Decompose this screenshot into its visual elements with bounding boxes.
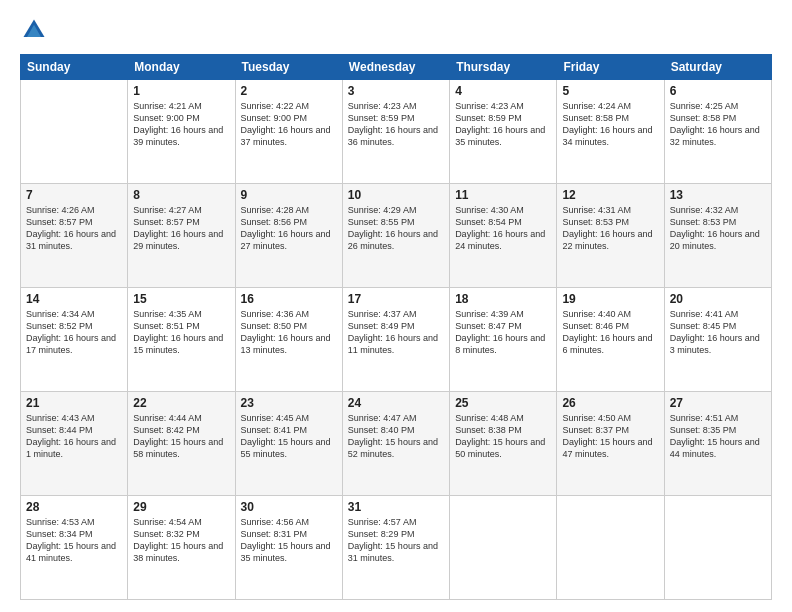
cell-info: Sunrise: 4:32 AMSunset: 8:53 PMDaylight:… bbox=[670, 204, 766, 253]
day-number: 22 bbox=[133, 396, 229, 410]
day-number: 11 bbox=[455, 188, 551, 202]
calendar-table: SundayMondayTuesdayWednesdayThursdayFrid… bbox=[20, 54, 772, 600]
day-number: 16 bbox=[241, 292, 337, 306]
day-number: 6 bbox=[670, 84, 766, 98]
cell-info: Sunrise: 4:40 AMSunset: 8:46 PMDaylight:… bbox=[562, 308, 658, 357]
cell-4-2: 30Sunrise: 4:56 AMSunset: 8:31 PMDayligh… bbox=[235, 496, 342, 600]
col-header-sunday: Sunday bbox=[21, 55, 128, 80]
col-header-saturday: Saturday bbox=[664, 55, 771, 80]
cell-2-2: 16Sunrise: 4:36 AMSunset: 8:50 PMDayligh… bbox=[235, 288, 342, 392]
week-row-4: 28Sunrise: 4:53 AMSunset: 8:34 PMDayligh… bbox=[21, 496, 772, 600]
page: SundayMondayTuesdayWednesdayThursdayFrid… bbox=[0, 0, 792, 612]
cell-info: Sunrise: 4:28 AMSunset: 8:56 PMDaylight:… bbox=[241, 204, 337, 253]
day-number: 29 bbox=[133, 500, 229, 514]
cell-1-6: 13Sunrise: 4:32 AMSunset: 8:53 PMDayligh… bbox=[664, 184, 771, 288]
cell-info: Sunrise: 4:26 AMSunset: 8:57 PMDaylight:… bbox=[26, 204, 122, 253]
cell-3-2: 23Sunrise: 4:45 AMSunset: 8:41 PMDayligh… bbox=[235, 392, 342, 496]
day-number: 5 bbox=[562, 84, 658, 98]
cell-info: Sunrise: 4:36 AMSunset: 8:50 PMDaylight:… bbox=[241, 308, 337, 357]
cell-4-4 bbox=[450, 496, 557, 600]
cell-info: Sunrise: 4:45 AMSunset: 8:41 PMDaylight:… bbox=[241, 412, 337, 461]
day-number: 2 bbox=[241, 84, 337, 98]
cell-info: Sunrise: 4:37 AMSunset: 8:49 PMDaylight:… bbox=[348, 308, 444, 357]
day-number: 24 bbox=[348, 396, 444, 410]
day-number: 27 bbox=[670, 396, 766, 410]
week-row-1: 7Sunrise: 4:26 AMSunset: 8:57 PMDaylight… bbox=[21, 184, 772, 288]
cell-info: Sunrise: 4:34 AMSunset: 8:52 PMDaylight:… bbox=[26, 308, 122, 357]
week-row-3: 21Sunrise: 4:43 AMSunset: 8:44 PMDayligh… bbox=[21, 392, 772, 496]
cell-3-3: 24Sunrise: 4:47 AMSunset: 8:40 PMDayligh… bbox=[342, 392, 449, 496]
cell-info: Sunrise: 4:50 AMSunset: 8:37 PMDaylight:… bbox=[562, 412, 658, 461]
cell-0-4: 4Sunrise: 4:23 AMSunset: 8:59 PMDaylight… bbox=[450, 80, 557, 184]
day-number: 12 bbox=[562, 188, 658, 202]
header bbox=[20, 16, 772, 44]
day-number: 30 bbox=[241, 500, 337, 514]
day-number: 20 bbox=[670, 292, 766, 306]
cell-info: Sunrise: 4:39 AMSunset: 8:47 PMDaylight:… bbox=[455, 308, 551, 357]
cell-1-1: 8Sunrise: 4:27 AMSunset: 8:57 PMDaylight… bbox=[128, 184, 235, 288]
cell-info: Sunrise: 4:53 AMSunset: 8:34 PMDaylight:… bbox=[26, 516, 122, 565]
cell-2-4: 18Sunrise: 4:39 AMSunset: 8:47 PMDayligh… bbox=[450, 288, 557, 392]
cell-info: Sunrise: 4:22 AMSunset: 9:00 PMDaylight:… bbox=[241, 100, 337, 149]
cell-info: Sunrise: 4:31 AMSunset: 8:53 PMDaylight:… bbox=[562, 204, 658, 253]
cell-2-0: 14Sunrise: 4:34 AMSunset: 8:52 PMDayligh… bbox=[21, 288, 128, 392]
cell-1-0: 7Sunrise: 4:26 AMSunset: 8:57 PMDaylight… bbox=[21, 184, 128, 288]
col-header-monday: Monday bbox=[128, 55, 235, 80]
cell-2-5: 19Sunrise: 4:40 AMSunset: 8:46 PMDayligh… bbox=[557, 288, 664, 392]
cell-info: Sunrise: 4:30 AMSunset: 8:54 PMDaylight:… bbox=[455, 204, 551, 253]
cell-0-5: 5Sunrise: 4:24 AMSunset: 8:58 PMDaylight… bbox=[557, 80, 664, 184]
col-header-wednesday: Wednesday bbox=[342, 55, 449, 80]
cell-info: Sunrise: 4:43 AMSunset: 8:44 PMDaylight:… bbox=[26, 412, 122, 461]
day-number: 15 bbox=[133, 292, 229, 306]
col-header-friday: Friday bbox=[557, 55, 664, 80]
cell-2-3: 17Sunrise: 4:37 AMSunset: 8:49 PMDayligh… bbox=[342, 288, 449, 392]
day-number: 19 bbox=[562, 292, 658, 306]
day-number: 23 bbox=[241, 396, 337, 410]
cell-0-6: 6Sunrise: 4:25 AMSunset: 8:58 PMDaylight… bbox=[664, 80, 771, 184]
cell-0-1: 1Sunrise: 4:21 AMSunset: 9:00 PMDaylight… bbox=[128, 80, 235, 184]
col-header-thursday: Thursday bbox=[450, 55, 557, 80]
week-row-0: 1Sunrise: 4:21 AMSunset: 9:00 PMDaylight… bbox=[21, 80, 772, 184]
day-number: 25 bbox=[455, 396, 551, 410]
cell-3-4: 25Sunrise: 4:48 AMSunset: 8:38 PMDayligh… bbox=[450, 392, 557, 496]
cell-3-1: 22Sunrise: 4:44 AMSunset: 8:42 PMDayligh… bbox=[128, 392, 235, 496]
cell-4-3: 31Sunrise: 4:57 AMSunset: 8:29 PMDayligh… bbox=[342, 496, 449, 600]
day-number: 13 bbox=[670, 188, 766, 202]
cell-info: Sunrise: 4:56 AMSunset: 8:31 PMDaylight:… bbox=[241, 516, 337, 565]
cell-info: Sunrise: 4:27 AMSunset: 8:57 PMDaylight:… bbox=[133, 204, 229, 253]
cell-1-4: 11Sunrise: 4:30 AMSunset: 8:54 PMDayligh… bbox=[450, 184, 557, 288]
day-number: 17 bbox=[348, 292, 444, 306]
cell-info: Sunrise: 4:35 AMSunset: 8:51 PMDaylight:… bbox=[133, 308, 229, 357]
cell-4-0: 28Sunrise: 4:53 AMSunset: 8:34 PMDayligh… bbox=[21, 496, 128, 600]
cell-4-1: 29Sunrise: 4:54 AMSunset: 8:32 PMDayligh… bbox=[128, 496, 235, 600]
day-number: 10 bbox=[348, 188, 444, 202]
day-number: 21 bbox=[26, 396, 122, 410]
cell-2-6: 20Sunrise: 4:41 AMSunset: 8:45 PMDayligh… bbox=[664, 288, 771, 392]
day-number: 1 bbox=[133, 84, 229, 98]
cell-info: Sunrise: 4:21 AMSunset: 9:00 PMDaylight:… bbox=[133, 100, 229, 149]
cell-info: Sunrise: 4:23 AMSunset: 8:59 PMDaylight:… bbox=[455, 100, 551, 149]
day-number: 26 bbox=[562, 396, 658, 410]
cell-info: Sunrise: 4:25 AMSunset: 8:58 PMDaylight:… bbox=[670, 100, 766, 149]
cell-info: Sunrise: 4:54 AMSunset: 8:32 PMDaylight:… bbox=[133, 516, 229, 565]
cell-3-5: 26Sunrise: 4:50 AMSunset: 8:37 PMDayligh… bbox=[557, 392, 664, 496]
day-number: 7 bbox=[26, 188, 122, 202]
cell-info: Sunrise: 4:44 AMSunset: 8:42 PMDaylight:… bbox=[133, 412, 229, 461]
logo-icon bbox=[20, 16, 48, 44]
cell-1-2: 9Sunrise: 4:28 AMSunset: 8:56 PMDaylight… bbox=[235, 184, 342, 288]
day-number: 4 bbox=[455, 84, 551, 98]
cell-info: Sunrise: 4:41 AMSunset: 8:45 PMDaylight:… bbox=[670, 308, 766, 357]
cell-info: Sunrise: 4:48 AMSunset: 8:38 PMDaylight:… bbox=[455, 412, 551, 461]
cell-info: Sunrise: 4:57 AMSunset: 8:29 PMDaylight:… bbox=[348, 516, 444, 565]
cell-4-6 bbox=[664, 496, 771, 600]
day-number: 14 bbox=[26, 292, 122, 306]
cell-1-3: 10Sunrise: 4:29 AMSunset: 8:55 PMDayligh… bbox=[342, 184, 449, 288]
cell-0-3: 3Sunrise: 4:23 AMSunset: 8:59 PMDaylight… bbox=[342, 80, 449, 184]
day-number: 28 bbox=[26, 500, 122, 514]
day-number: 8 bbox=[133, 188, 229, 202]
cell-0-0 bbox=[21, 80, 128, 184]
cell-3-0: 21Sunrise: 4:43 AMSunset: 8:44 PMDayligh… bbox=[21, 392, 128, 496]
col-header-tuesday: Tuesday bbox=[235, 55, 342, 80]
logo bbox=[20, 16, 52, 44]
cell-4-5 bbox=[557, 496, 664, 600]
